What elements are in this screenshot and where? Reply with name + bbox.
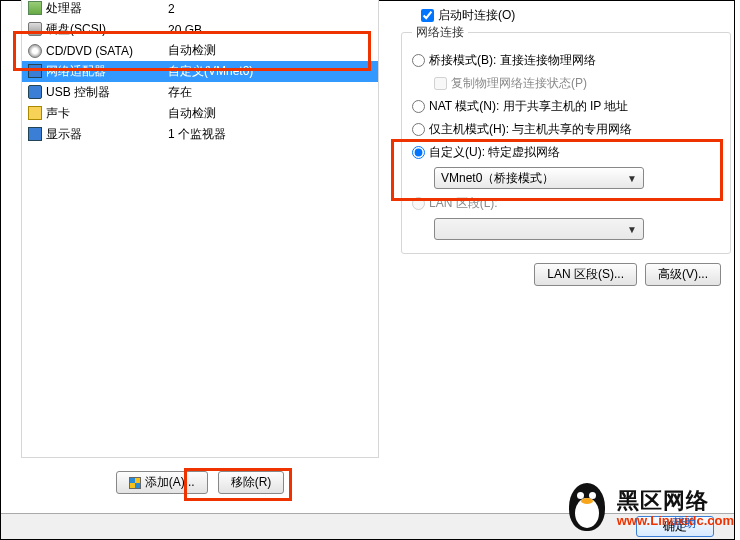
lan-segment-button[interactable]: LAN 区段(S)...: [534, 263, 637, 286]
replicate-checkbox[interactable]: 复制物理网络连接状态(P): [412, 72, 720, 95]
shield-icon: [129, 477, 141, 489]
radio-nat-input[interactable]: [412, 100, 425, 113]
radio-bridged[interactable]: 桥接模式(B): 直接连接物理网络: [412, 49, 720, 72]
replicate-input[interactable]: [434, 77, 447, 90]
radio-custom-input[interactable]: [412, 146, 425, 159]
hardware-row[interactable]: 处理器2: [22, 0, 378, 19]
advanced-label: 高级(V)...: [658, 266, 708, 283]
radio-lan-label: LAN 区段(L):: [429, 195, 498, 212]
vm-settings-dialog: 启动时连接(O) 处理器2硬盘(SCSI)20 GBCD/DVD (SATA)自…: [0, 0, 735, 540]
hardware-buttons-row: 添加(A)... 移除(R): [21, 471, 379, 494]
radio-lan-input[interactable]: [412, 197, 425, 210]
device-value: 2: [162, 0, 378, 19]
device-name: 网络适配器: [46, 64, 106, 78]
device-name: CD/DVD (SATA): [46, 44, 133, 58]
remove-button-label: 移除(R): [231, 474, 272, 491]
device-value: 自动检测: [162, 103, 378, 124]
network-connection-group: 网络连接 桥接模式(B): 直接连接物理网络 复制物理网络连接状态(P) NAT…: [401, 24, 731, 254]
chevron-down-icon: ▼: [627, 224, 637, 235]
device-name: 声卡: [46, 106, 70, 120]
device-name: USB 控制器: [46, 85, 110, 99]
device-icon: [28, 106, 42, 120]
radio-bridged-input[interactable]: [412, 54, 425, 67]
device-value: 1 个监视器: [162, 124, 378, 145]
add-button-label: 添加(A)...: [145, 474, 195, 491]
radio-nat[interactable]: NAT 模式(N): 用于共享主机的 IP 地址: [412, 95, 720, 118]
add-hardware-button[interactable]: 添加(A)...: [116, 471, 208, 494]
lan-segment-label: LAN 区段(S)...: [547, 266, 624, 283]
chevron-down-icon: ▼: [627, 173, 637, 184]
right-panel: 网络连接 桥接模式(B): 直接连接物理网络 复制物理网络连接状态(P) NAT…: [401, 0, 731, 254]
replicate-label: 复制物理网络连接状态(P): [451, 75, 587, 92]
radio-hostonly-input[interactable]: [412, 123, 425, 136]
device-value: 自动检测: [162, 40, 378, 61]
device-value: 自定义(VMnet0): [162, 61, 378, 82]
custom-vmnet-value: VMnet0（桥接模式）: [441, 170, 554, 187]
help-link[interactable]: 帮助: [672, 515, 696, 532]
device-icon: [28, 85, 42, 99]
hardware-row[interactable]: 网络适配器自定义(VMnet0): [22, 61, 378, 82]
lan-select[interactable]: ▼: [434, 218, 644, 240]
device-icon: [28, 1, 42, 15]
custom-vmnet-select[interactable]: VMnet0（桥接模式） ▼: [434, 167, 644, 189]
hardware-list: 处理器2硬盘(SCSI)20 GBCD/DVD (SATA)自动检测网络适配器自…: [21, 0, 379, 458]
radio-nat-label: NAT 模式(N): 用于共享主机的 IP 地址: [429, 98, 628, 115]
device-icon: [28, 44, 42, 58]
device-icon: [28, 64, 42, 78]
device-name: 显示器: [46, 127, 82, 141]
hardware-row[interactable]: 硬盘(SCSI)20 GB: [22, 19, 378, 40]
dialog-footer: 确定: [1, 513, 734, 539]
radio-hostonly[interactable]: 仅主机模式(H): 与主机共享的专用网络: [412, 118, 720, 141]
network-legend: 网络连接: [412, 24, 468, 41]
hardware-row[interactable]: 显示器1 个监视器: [22, 124, 378, 145]
radio-bridged-label: 桥接模式(B): 直接连接物理网络: [429, 52, 596, 69]
hardware-row[interactable]: CD/DVD (SATA)自动检测: [22, 40, 378, 61]
remove-hardware-button[interactable]: 移除(R): [218, 471, 285, 494]
hardware-row[interactable]: USB 控制器存在: [22, 82, 378, 103]
device-icon: [28, 22, 42, 36]
device-name: 处理器: [46, 1, 82, 15]
radio-hostonly-label: 仅主机模式(H): 与主机共享的专用网络: [429, 121, 632, 138]
device-value: 20 GB: [162, 19, 378, 40]
lan-advanced-row: LAN 区段(S)... 高级(V)...: [534, 263, 721, 286]
radio-custom[interactable]: 自定义(U): 特定虚拟网络: [412, 141, 720, 164]
radio-lan[interactable]: LAN 区段(L):: [412, 192, 720, 215]
device-name: 硬盘(SCSI): [46, 22, 106, 36]
device-icon: [28, 127, 42, 141]
advanced-button[interactable]: 高级(V)...: [645, 263, 721, 286]
hardware-row[interactable]: 声卡自动检测: [22, 103, 378, 124]
device-value: 存在: [162, 82, 378, 103]
radio-custom-label: 自定义(U): 特定虚拟网络: [429, 144, 560, 161]
